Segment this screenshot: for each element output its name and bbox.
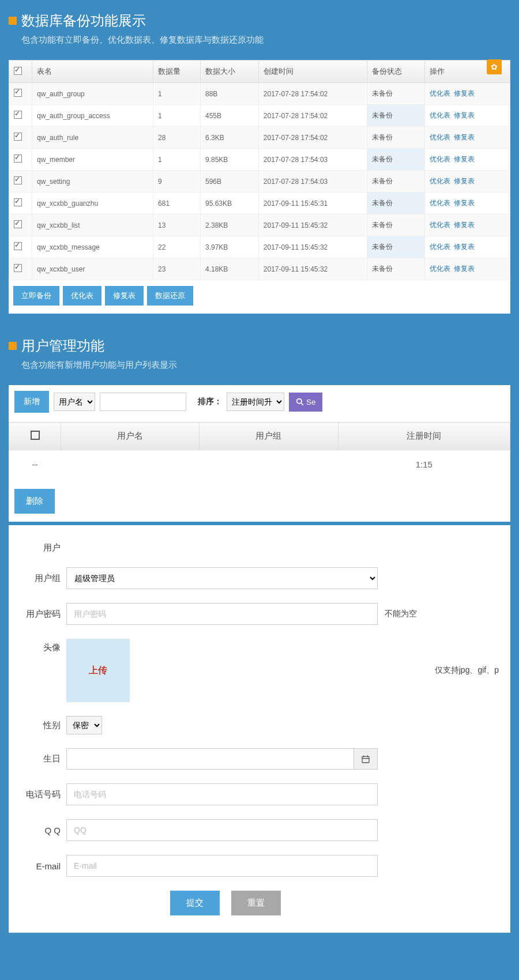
optimize-link[interactable]: 优化表 <box>430 243 450 251</box>
select-all-checkbox[interactable] <box>14 67 22 75</box>
optimize-link[interactable]: 优化表 <box>430 265 450 273</box>
table-row: qw_auth_group_access1455B2017-07-28 17:5… <box>9 105 510 127</box>
optimize-link[interactable]: 优化表 <box>430 177 450 185</box>
calendar-button[interactable] <box>353 748 378 770</box>
filter-select[interactable]: 用户名 <box>54 393 95 411</box>
row-checkbox[interactable] <box>14 264 22 272</box>
col-header: 数据大小 <box>200 61 258 83</box>
cell-name: qw_setting <box>32 171 153 193</box>
sort-select[interactable]: 注册时间升 <box>227 393 284 411</box>
repair-link[interactable]: 修复表 <box>454 199 475 207</box>
cell-ops: 优化表修复表 <box>425 83 510 105</box>
col-username: 用户名 <box>61 423 200 450</box>
cell-size: 9.85KB <box>200 149 258 171</box>
search-icon <box>296 398 304 406</box>
cell-time: 2017-07-28 17:54:02 <box>258 83 367 105</box>
table-row: qw_xcxbb_guanzhu68195.63KB2017-09-11 15:… <box>9 193 510 214</box>
row-checkbox[interactable] <box>14 242 22 250</box>
cell-size: 3.97KB <box>200 236 258 258</box>
select-all-checkbox[interactable] <box>31 431 40 440</box>
cell-size: 596B <box>200 171 258 193</box>
cell-time: 2017-09-11 15:45:32 <box>258 236 367 258</box>
optimize-link[interactable]: 优化表 <box>430 89 450 97</box>
gear-icon[interactable]: ✿ <box>487 59 502 74</box>
cell-time: 2017-07-28 17:54:03 <box>258 171 367 193</box>
table-row: qw_xcxbb_user234.18KB2017-09-11 15:45:32… <box>9 258 510 280</box>
row-checkbox[interactable] <box>14 220 22 228</box>
add-button[interactable]: 新增 <box>14 391 49 413</box>
label-birthday: 生日 <box>20 753 66 764</box>
row-checkbox[interactable] <box>14 111 22 119</box>
gender-select[interactable]: 保密 <box>66 716 102 734</box>
optimize-link[interactable]: 优化表 <box>430 133 450 141</box>
optimize-button[interactable]: 优化表 <box>63 286 101 306</box>
table-row: -- 1:15 <box>9 450 510 479</box>
password-input[interactable] <box>66 603 378 625</box>
cell-count: 23 <box>153 258 201 280</box>
repair-link[interactable]: 修复表 <box>454 111 475 119</box>
password-hint: 不能为空 <box>385 609 417 619</box>
cell-name: qw_xcxbb_message <box>32 236 153 258</box>
backup-button[interactable]: 立即备份 <box>13 286 59 306</box>
cell-time: 2017-09-11 15:45:32 <box>258 258 367 280</box>
toolbar: 新增 用户名 排序： 注册时间升 Se <box>9 385 510 419</box>
repair-link[interactable]: 修复表 <box>454 133 475 141</box>
repair-link[interactable]: 修复表 <box>454 221 475 229</box>
label-avatar: 头像 <box>20 639 66 653</box>
col-header: 数据量 <box>153 61 201 83</box>
svg-rect-5 <box>362 758 369 759</box>
optimize-link[interactable]: 优化表 <box>430 111 450 119</box>
upload-button[interactable]: 上传 <box>66 639 130 702</box>
col-regtime: 注册时间 <box>338 423 510 450</box>
qq-input[interactable] <box>66 819 378 841</box>
cell-time: 2017-07-28 17:54:02 <box>258 105 367 127</box>
row-checkbox[interactable] <box>14 154 22 163</box>
cell-status: 未备份 <box>367 105 425 127</box>
table-row: qw_auth_group188B2017-07-28 17:54:02未备份优… <box>9 83 510 105</box>
cell-status: 未备份 <box>367 236 425 258</box>
repair-link[interactable]: 修复表 <box>454 265 475 273</box>
repair-link[interactable]: 修复表 <box>454 177 475 185</box>
cell-size: 2.38KB <box>200 214 258 236</box>
search-button[interactable]: Se <box>289 393 322 412</box>
restore-button[interactable]: 数据还原 <box>147 286 193 306</box>
reset-button[interactable]: 重置 <box>231 891 281 915</box>
cell-count: 1 <box>153 105 201 127</box>
col-header <box>9 61 32 83</box>
row-checkbox[interactable] <box>14 198 22 206</box>
birthday-input[interactable] <box>66 748 353 770</box>
repair-button[interactable]: 修复表 <box>105 286 144 306</box>
label-user: 用户 <box>20 542 66 553</box>
cell-status: 未备份 <box>367 171 425 193</box>
db-panel: ✿ 表名数据量数据大小创建时间备份状态操作 qw_auth_group188B2… <box>9 60 510 314</box>
repair-link[interactable]: 修复表 <box>454 155 475 163</box>
phone-input[interactable] <box>66 783 378 805</box>
optimize-link[interactable]: 优化表 <box>430 155 450 163</box>
optimize-link[interactable]: 优化表 <box>430 199 450 207</box>
bullet-icon <box>9 17 17 25</box>
row-checkbox[interactable] <box>14 176 22 184</box>
cell-time: 2017-09-11 15:45:32 <box>258 214 367 236</box>
cell-count: 1 <box>153 149 201 171</box>
label-password: 用户密码 <box>20 609 66 620</box>
optimize-link[interactable]: 优化表 <box>430 221 450 229</box>
repair-link[interactable]: 修复表 <box>454 89 475 97</box>
delete-button[interactable]: 删除 <box>14 489 55 514</box>
user-form: 用户 用户组 超级管理员 用户密码 不能为空 头像 上传 仅支持jpg、gif、… <box>9 525 510 933</box>
row-checkbox[interactable] <box>14 89 22 97</box>
filter-input[interactable] <box>100 393 186 411</box>
cell-name: qw_member <box>32 149 153 171</box>
cell-size: 88B <box>200 83 258 105</box>
cell-size: 455B <box>200 105 258 127</box>
row-checkbox[interactable] <box>14 133 22 141</box>
group-select[interactable]: 超级管理员 <box>66 567 378 589</box>
repair-link[interactable]: 修复表 <box>454 243 475 251</box>
user-mgmt-section: 用户管理功能 包含功能有新增用户功能与用户列表显示 <box>0 325 519 385</box>
table-row: qw_auth_rule286.3KB2017-07-28 17:54:02未备… <box>9 127 510 149</box>
label-group: 用户组 <box>20 573 66 584</box>
email-input[interactable] <box>66 855 378 877</box>
label-qq: Q Q <box>20 826 66 835</box>
cell-count: 681 <box>153 193 201 214</box>
svg-rect-2 <box>362 756 369 763</box>
submit-button[interactable]: 提交 <box>170 891 220 915</box>
